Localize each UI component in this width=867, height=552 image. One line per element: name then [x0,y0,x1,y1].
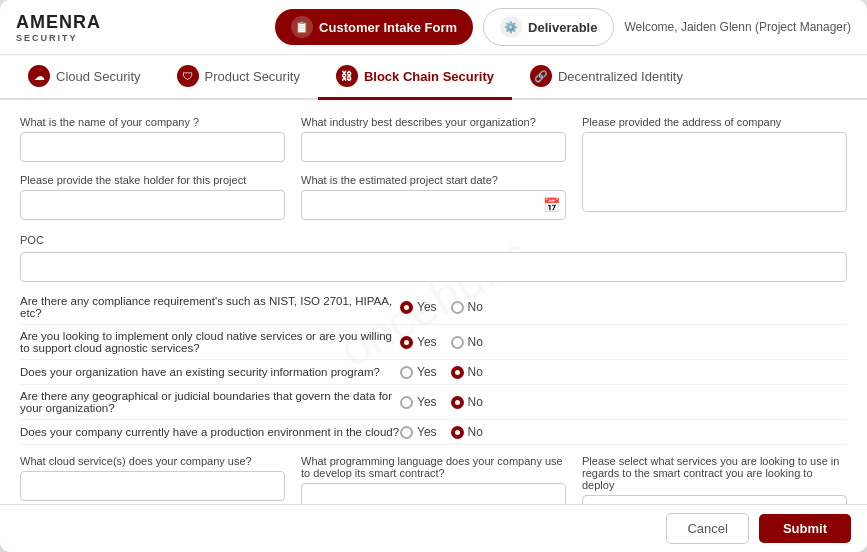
compliance-options: Yes No [400,300,483,314]
tab-product-security-label: Product Security [205,69,300,84]
cloud-native-no-radio[interactable] [451,336,464,349]
poc-label: POC [20,234,44,246]
footer: Cancel Submit [0,504,867,552]
tab-cloud-security-label: Cloud Security [56,69,141,84]
form-top-grid: What is the name of your company ? What … [20,116,847,220]
date-wrapper: 📅 [301,190,566,220]
geographical-question: Are there any geographical or judicial b… [20,390,400,414]
cloud-security-icon: ☁ [28,65,50,87]
security-program-question: Does your organization have an existing … [20,366,400,378]
programming-lang-input[interactable] [301,483,566,504]
programming-lang-label: What programming language does your comp… [301,455,566,479]
security-program-yes[interactable]: Yes [400,365,437,379]
production-no-radio[interactable] [451,426,464,439]
company-name-input[interactable] [20,132,285,162]
intake-label: Customer Intake Form [319,20,457,35]
geographical-options: Yes No [400,395,483,409]
radio-row-security-program: Does your organization have an existing … [20,360,847,385]
tab-product-security[interactable]: 🛡 Product Security [159,55,318,100]
poc-row: POC [20,230,847,282]
bottom-form-grid: What cloud service(s) does your company … [20,455,847,504]
smart-contract-services-label: Please select what services you are look… [582,455,847,491]
radio-row-production: Does your company currently have a produ… [20,420,847,445]
security-program-options: Yes No [400,365,483,379]
intake-form-button[interactable]: 📋 Customer Intake Form [275,9,473,45]
intake-icon: 📋 [291,16,313,38]
header-actions: 📋 Customer Intake Form ⚙️ Deliverable We… [275,8,851,46]
radio-row-geographical: Are there any geographical or judicial b… [20,385,847,420]
production-yes-radio[interactable] [400,426,413,439]
stakeholder-group: Please provide the stake holder for this… [20,174,285,220]
start-date-label: What is the estimated project start date… [301,174,566,186]
production-options: Yes No [400,425,483,439]
production-no[interactable]: No [451,425,483,439]
compliance-yes[interactable]: Yes [400,300,437,314]
compliance-no[interactable]: No [451,300,483,314]
cancel-button[interactable]: Cancel [666,513,748,544]
smart-contract-services-input[interactable] [582,495,847,504]
tab-blockchain-security[interactable]: ⛓ Block Chain Security [318,55,512,100]
tab-decentralized-identity[interactable]: 🔗 Decentralized Identity [512,55,701,100]
start-date-group: What is the estimated project start date… [301,174,566,220]
welcome-text: Welcome, Jaiden Glenn (Project Manager) [624,20,851,34]
tab-decentralized-identity-label: Decentralized Identity [558,69,683,84]
address-group: Please provided the address of company [582,116,847,220]
deliverable-label: Deliverable [528,20,597,35]
compliance-no-radio[interactable] [451,301,464,314]
security-program-no[interactable]: No [451,365,483,379]
cloud-native-yes-radio[interactable] [400,336,413,349]
radio-row-cloud-native: Are you looking to implement only cloud … [20,325,847,360]
radio-section: Are there any compliance requirement's s… [20,290,847,445]
product-security-icon: 🛡 [177,65,199,87]
cloud-native-yes[interactable]: Yes [400,335,437,349]
app-window: AMENRA SECURITY 📋 Customer Intake Form ⚙… [0,0,867,552]
geographical-yes[interactable]: Yes [400,395,437,409]
company-name-group: What is the name of your company ? [20,116,285,162]
logo: AMENRA [16,12,101,33]
tab-cloud-security[interactable]: ☁ Cloud Security [10,55,159,100]
stakeholder-input[interactable] [20,190,285,220]
security-program-yes-radio[interactable] [400,366,413,379]
tab-blockchain-security-label: Block Chain Security [364,69,494,84]
deliverable-icon: ⚙️ [500,16,522,38]
compliance-yes-radio[interactable] [400,301,413,314]
production-question: Does your company currently have a produ… [20,426,400,438]
geographical-no-radio[interactable] [451,396,464,409]
geographical-no[interactable]: No [451,395,483,409]
cloud-services-label: What cloud service(s) does your company … [20,455,285,467]
address-input[interactable] [582,132,847,212]
start-date-input[interactable] [301,190,566,220]
compliance-question: Are there any compliance requirement's s… [20,295,400,319]
poc-input[interactable] [20,252,847,282]
calendar-icon[interactable]: 📅 [543,197,560,213]
radio-row-compliance: Are there any compliance requirement's s… [20,290,847,325]
address-label: Please provided the address of company [582,116,847,128]
decentralized-identity-icon: 🔗 [530,65,552,87]
submit-button[interactable]: Submit [759,514,851,543]
production-yes[interactable]: Yes [400,425,437,439]
stakeholder-label: Please provide the stake holder for this… [20,174,285,186]
company-name-label: What is the name of your company ? [20,116,285,128]
blockchain-security-icon: ⛓ [336,65,358,87]
cloud-native-question: Are you looking to implement only cloud … [20,330,400,354]
tabs: ☁ Cloud Security 🛡 Product Security ⛓ Bl… [0,55,867,100]
programming-lang-group: What programming language does your comp… [301,455,566,504]
geographical-yes-radio[interactable] [400,396,413,409]
header: AMENRA SECURITY 📋 Customer Intake Form ⚙… [0,0,867,55]
logo-area: AMENRA SECURITY [16,12,101,43]
industry-input[interactable] [301,132,566,162]
cloud-services-group: What cloud service(s) does your company … [20,455,285,504]
deliverable-button[interactable]: ⚙️ Deliverable [483,8,614,46]
industry-group: What industry best describes your organi… [301,116,566,162]
main-content: oncehubs What is the name of your compan… [0,100,867,504]
logo-text: AMENRA [16,12,101,32]
security-program-no-radio[interactable] [451,366,464,379]
cloud-native-options: Yes No [400,335,483,349]
cloud-services-input[interactable] [20,471,285,501]
logo-subtitle: SECURITY [16,33,78,43]
smart-contract-services-group: Please select what services you are look… [582,455,847,504]
cloud-native-no[interactable]: No [451,335,483,349]
industry-label: What industry best describes your organi… [301,116,566,128]
